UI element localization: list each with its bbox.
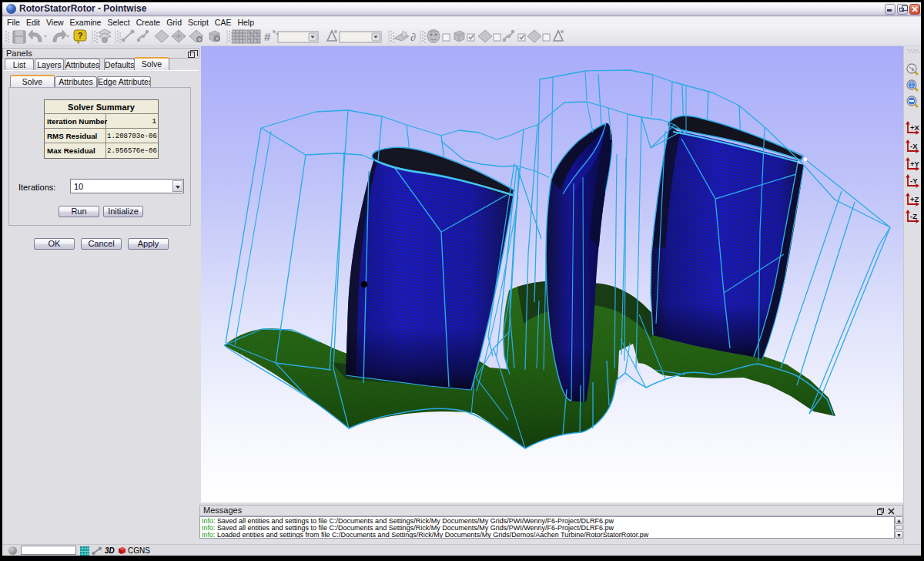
svg-text:∂: ∂ (410, 32, 416, 43)
svg-text:#: # (264, 30, 271, 43)
svg-text:+X: +X (910, 123, 920, 132)
svg-text:-Y: -Y (910, 176, 918, 185)
svg-text:+Z: +Z (910, 195, 919, 203)
svg-text:?: ? (78, 31, 83, 40)
svg-text:-Z: -Z (910, 212, 917, 220)
svg-text:+Y: +Y (910, 160, 920, 168)
svg-text:-X: -X (910, 142, 918, 150)
